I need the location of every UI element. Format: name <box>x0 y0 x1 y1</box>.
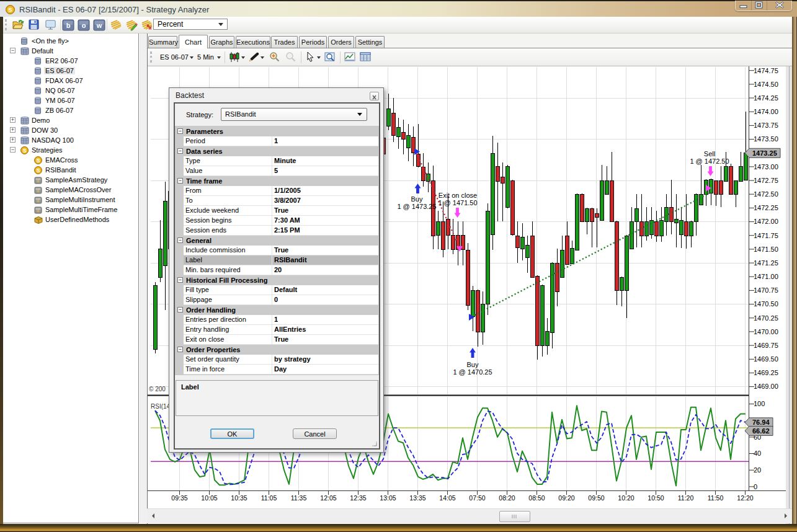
svg-text:09:20: 09:20 <box>558 494 574 502</box>
svg-text:1 @ 1472.50: 1 @ 1472.50 <box>690 157 729 165</box>
svg-text:76.94: 76.94 <box>752 419 770 426</box>
svg-text:11:50: 11:50 <box>708 494 724 502</box>
svg-text:13:35: 13:35 <box>409 494 425 502</box>
svg-text:11:05: 11:05 <box>261 494 277 502</box>
svg-text:1474.50: 1474.50 <box>754 81 778 88</box>
svg-text:w: w <box>96 22 102 29</box>
svg-text:1470.25: 1470.25 <box>754 314 778 322</box>
svg-text:08:50: 08:50 <box>528 494 545 502</box>
svg-text:Buy: Buy <box>467 361 479 368</box>
svg-text:12:35: 12:35 <box>350 494 366 502</box>
svg-text:1471.00: 1471.00 <box>754 273 778 280</box>
svg-text:100: 100 <box>754 400 765 407</box>
svg-text:08:20: 08:20 <box>499 494 515 502</box>
svg-text:1470.00: 1470.00 <box>754 328 778 335</box>
svg-text:1474.25: 1474.25 <box>754 94 778 102</box>
svg-text:Buy: Buy <box>411 195 423 203</box>
svg-text:1469.50: 1469.50 <box>754 355 778 363</box>
svg-text:o: o <box>82 22 86 29</box>
svg-text:1470.75: 1470.75 <box>754 286 778 294</box>
svg-text:09:35: 09:35 <box>171 494 187 502</box>
svg-text:66.62: 66.62 <box>752 427 770 435</box>
svg-text:b: b <box>66 22 71 29</box>
svg-text:1471.50: 1471.50 <box>754 246 778 253</box>
svg-text:1470.50: 1470.50 <box>754 300 778 308</box>
svg-text:© 200: © 200 <box>149 386 166 392</box>
svg-text:09:50: 09:50 <box>588 494 604 502</box>
svg-text:1473.50: 1473.50 <box>754 135 778 143</box>
svg-text:12:05: 12:05 <box>320 494 336 502</box>
svg-text:10:05: 10:05 <box>201 494 217 502</box>
svg-text:12:20: 12:20 <box>737 494 753 502</box>
svg-text:1474.75: 1474.75 <box>754 67 778 74</box>
svg-text:1471.25: 1471.25 <box>754 259 778 267</box>
svg-text:1469.25: 1469.25 <box>754 369 778 376</box>
svg-text:1472.00: 1472.00 <box>754 218 778 225</box>
svg-text:1471.75: 1471.75 <box>754 232 778 239</box>
svg-text:Exit on close: Exit on close <box>439 192 477 199</box>
svg-text:20: 20 <box>754 466 761 474</box>
svg-text:11:35: 11:35 <box>291 494 307 502</box>
svg-text:1472.75: 1472.75 <box>754 177 778 184</box>
svg-text:S: S <box>8 6 12 13</box>
svg-text:40: 40 <box>754 450 761 457</box>
svg-text:13:05: 13:05 <box>380 494 396 502</box>
svg-text:1472.25: 1472.25 <box>754 204 778 211</box>
svg-text:10:20: 10:20 <box>618 494 634 502</box>
svg-text:1 @ 1470.25: 1 @ 1470.25 <box>453 368 492 376</box>
svg-text:10:50: 10:50 <box>648 494 664 502</box>
svg-text:S: S <box>37 157 40 164</box>
svg-text:S: S <box>37 167 40 174</box>
svg-text:1473.75: 1473.75 <box>754 122 778 129</box>
svg-text:11:20: 11:20 <box>678 494 694 502</box>
svg-text:RSI(14: RSI(14 <box>151 403 171 410</box>
svg-text:1474.00: 1474.00 <box>754 108 778 115</box>
svg-text:1 @ 1471.50: 1 @ 1471.50 <box>438 199 477 206</box>
svg-text:07:50: 07:50 <box>469 494 485 502</box>
svg-text:S: S <box>23 148 27 154</box>
svg-text:1473.00: 1473.00 <box>754 163 778 171</box>
svg-text:14:05: 14:05 <box>439 494 455 502</box>
svg-text:1469.75: 1469.75 <box>754 342 778 349</box>
svg-text:Sell: Sell <box>704 150 715 157</box>
svg-text:1469.00: 1469.00 <box>754 383 778 390</box>
svg-text:0: 0 <box>754 483 757 490</box>
svg-text:1473.25: 1473.25 <box>752 149 777 157</box>
svg-text:1472.50: 1472.50 <box>754 190 778 198</box>
svg-text:10:35: 10:35 <box>231 494 247 502</box>
svg-text:1 @ 1473.25: 1 @ 1473.25 <box>397 203 436 210</box>
